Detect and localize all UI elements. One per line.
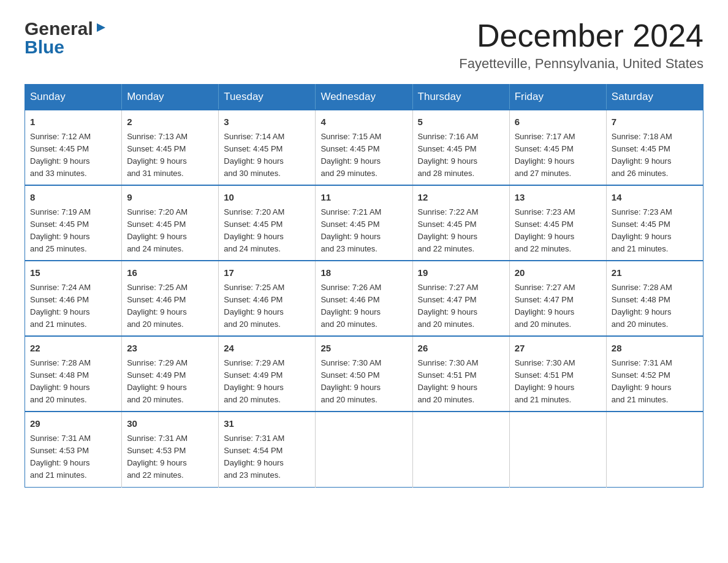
title-area: December 2024 Fayetteville, Pennsylvania… bbox=[459, 18, 703, 72]
day-number: 8 bbox=[30, 191, 116, 205]
day-info: Sunrise: 7:23 AMSunset: 4:45 PMDaylight:… bbox=[612, 206, 698, 256]
day-info: Sunrise: 7:24 AMSunset: 4:46 PMDaylight:… bbox=[30, 282, 116, 331]
day-info: Sunrise: 7:31 AMSunset: 4:53 PMDaylight:… bbox=[127, 432, 213, 482]
calendar-cell: 8Sunrise: 7:19 AMSunset: 4:45 PMDaylight… bbox=[25, 185, 122, 261]
calendar-body: 1Sunrise: 7:12 AMSunset: 4:45 PMDaylight… bbox=[25, 110, 703, 487]
calendar-cell: 23Sunrise: 7:29 AMSunset: 4:49 PMDayligh… bbox=[122, 336, 219, 412]
day-number: 10 bbox=[224, 191, 310, 205]
day-info: Sunrise: 7:20 AMSunset: 4:45 PMDaylight:… bbox=[127, 206, 213, 256]
calendar-cell: 31Sunrise: 7:31 AMSunset: 4:54 PMDayligh… bbox=[219, 412, 316, 487]
day-info: Sunrise: 7:25 AMSunset: 4:46 PMDaylight:… bbox=[127, 282, 213, 331]
day-number: 20 bbox=[515, 266, 601, 280]
day-number: 23 bbox=[127, 342, 213, 356]
day-info: Sunrise: 7:19 AMSunset: 4:45 PMDaylight:… bbox=[30, 206, 116, 256]
calendar-cell: 29Sunrise: 7:31 AMSunset: 4:53 PMDayligh… bbox=[25, 412, 122, 487]
day-info: Sunrise: 7:25 AMSunset: 4:46 PMDaylight:… bbox=[224, 282, 310, 331]
day-number: 1 bbox=[30, 115, 116, 129]
calendar-cell bbox=[412, 412, 509, 487]
page-title: December 2024 bbox=[459, 18, 703, 53]
day-number: 3 bbox=[224, 115, 310, 129]
day-info: Sunrise: 7:28 AMSunset: 4:48 PMDaylight:… bbox=[612, 282, 698, 331]
calendar-cell: 12Sunrise: 7:22 AMSunset: 4:45 PMDayligh… bbox=[412, 185, 509, 261]
day-number: 5 bbox=[418, 115, 504, 129]
calendar-cell: 10Sunrise: 7:20 AMSunset: 4:45 PMDayligh… bbox=[219, 185, 316, 261]
day-info: Sunrise: 7:20 AMSunset: 4:45 PMDaylight:… bbox=[224, 206, 310, 256]
header-thursday: Thursday bbox=[412, 85, 509, 110]
calendar-cell: 4Sunrise: 7:15 AMSunset: 4:45 PMDaylight… bbox=[316, 110, 412, 185]
calendar-cell: 7Sunrise: 7:18 AMSunset: 4:45 PMDaylight… bbox=[606, 110, 703, 185]
day-number: 17 bbox=[224, 266, 310, 280]
day-info: Sunrise: 7:21 AMSunset: 4:45 PMDaylight:… bbox=[320, 206, 407, 256]
day-number: 29 bbox=[30, 417, 116, 431]
calendar-table: Sunday Monday Tuesday Wednesday Thursday… bbox=[25, 84, 703, 487]
calendar-cell: 14Sunrise: 7:23 AMSunset: 4:45 PMDayligh… bbox=[606, 185, 703, 261]
day-info: Sunrise: 7:30 AMSunset: 4:51 PMDaylight:… bbox=[418, 357, 504, 407]
day-number: 26 bbox=[418, 342, 504, 356]
calendar-cell: 21Sunrise: 7:28 AMSunset: 4:48 PMDayligh… bbox=[606, 261, 703, 336]
calendar-cell: 30Sunrise: 7:31 AMSunset: 4:53 PMDayligh… bbox=[122, 412, 219, 487]
day-number: 22 bbox=[30, 342, 116, 356]
calendar-cell: 25Sunrise: 7:30 AMSunset: 4:50 PMDayligh… bbox=[316, 336, 412, 412]
calendar-cell: 19Sunrise: 7:27 AMSunset: 4:47 PMDayligh… bbox=[412, 261, 509, 336]
day-number: 4 bbox=[320, 115, 407, 129]
day-number: 12 bbox=[418, 191, 504, 205]
day-number: 11 bbox=[320, 191, 407, 205]
day-info: Sunrise: 7:31 AMSunset: 4:53 PMDaylight:… bbox=[30, 432, 116, 482]
logo-blue-text: Blue bbox=[25, 37, 64, 58]
calendar-cell: 9Sunrise: 7:20 AMSunset: 4:45 PMDaylight… bbox=[122, 185, 219, 261]
svg-marker-0 bbox=[97, 23, 105, 32]
day-number: 13 bbox=[515, 191, 601, 205]
calendar-cell: 20Sunrise: 7:27 AMSunset: 4:47 PMDayligh… bbox=[509, 261, 606, 336]
day-number: 19 bbox=[418, 266, 504, 280]
calendar-header: Sunday Monday Tuesday Wednesday Thursday… bbox=[25, 85, 703, 110]
calendar-cell: 18Sunrise: 7:26 AMSunset: 4:46 PMDayligh… bbox=[316, 261, 412, 336]
day-number: 18 bbox=[320, 266, 407, 280]
day-info: Sunrise: 7:29 AMSunset: 4:49 PMDaylight:… bbox=[127, 357, 213, 407]
page-subtitle: Fayetteville, Pennsylvania, United State… bbox=[459, 56, 703, 72]
header-monday: Monday bbox=[122, 85, 219, 110]
calendar-cell bbox=[316, 412, 412, 487]
calendar-cell bbox=[509, 412, 606, 487]
calendar-cell: 13Sunrise: 7:23 AMSunset: 4:45 PMDayligh… bbox=[509, 185, 606, 261]
calendar-cell: 11Sunrise: 7:21 AMSunset: 4:45 PMDayligh… bbox=[316, 185, 412, 261]
logo-general-text: General bbox=[25, 18, 93, 39]
day-number: 7 bbox=[612, 115, 698, 129]
day-info: Sunrise: 7:17 AMSunset: 4:45 PMDaylight:… bbox=[515, 131, 601, 180]
day-info: Sunrise: 7:26 AMSunset: 4:46 PMDaylight:… bbox=[320, 282, 407, 331]
day-number: 2 bbox=[127, 115, 213, 129]
day-number: 27 bbox=[515, 342, 601, 356]
calendar-cell: 3Sunrise: 7:14 AMSunset: 4:45 PMDaylight… bbox=[219, 110, 316, 185]
day-number: 24 bbox=[224, 342, 310, 356]
day-info: Sunrise: 7:31 AMSunset: 4:52 PMDaylight:… bbox=[612, 357, 698, 407]
calendar-cell: 26Sunrise: 7:30 AMSunset: 4:51 PMDayligh… bbox=[412, 336, 509, 412]
header-saturday: Saturday bbox=[606, 85, 703, 110]
day-info: Sunrise: 7:30 AMSunset: 4:50 PMDaylight:… bbox=[320, 357, 407, 407]
day-number: 6 bbox=[515, 115, 601, 129]
day-info: Sunrise: 7:27 AMSunset: 4:47 PMDaylight:… bbox=[515, 282, 601, 331]
header-wednesday: Wednesday bbox=[316, 85, 412, 110]
day-number: 28 bbox=[612, 342, 698, 356]
calendar-cell: 16Sunrise: 7:25 AMSunset: 4:46 PMDayligh… bbox=[122, 261, 219, 336]
day-info: Sunrise: 7:12 AMSunset: 4:45 PMDaylight:… bbox=[30, 131, 116, 180]
logo-arrow-icon bbox=[94, 21, 108, 34]
day-number: 9 bbox=[127, 191, 213, 205]
day-info: Sunrise: 7:22 AMSunset: 4:45 PMDaylight:… bbox=[418, 206, 504, 256]
calendar-cell: 17Sunrise: 7:25 AMSunset: 4:46 PMDayligh… bbox=[219, 261, 316, 336]
calendar-cell: 15Sunrise: 7:24 AMSunset: 4:46 PMDayligh… bbox=[25, 261, 122, 336]
calendar-cell bbox=[606, 412, 703, 487]
calendar-cell: 1Sunrise: 7:12 AMSunset: 4:45 PMDaylight… bbox=[25, 110, 122, 185]
day-info: Sunrise: 7:28 AMSunset: 4:48 PMDaylight:… bbox=[30, 357, 116, 407]
day-info: Sunrise: 7:14 AMSunset: 4:45 PMDaylight:… bbox=[224, 131, 310, 180]
header-sunday: Sunday bbox=[25, 85, 122, 110]
day-info: Sunrise: 7:13 AMSunset: 4:45 PMDaylight:… bbox=[127, 131, 213, 180]
calendar-cell: 6Sunrise: 7:17 AMSunset: 4:45 PMDaylight… bbox=[509, 110, 606, 185]
day-number: 25 bbox=[320, 342, 407, 356]
day-info: Sunrise: 7:16 AMSunset: 4:45 PMDaylight:… bbox=[418, 131, 504, 180]
calendar-cell: 27Sunrise: 7:30 AMSunset: 4:51 PMDayligh… bbox=[509, 336, 606, 412]
day-info: Sunrise: 7:29 AMSunset: 4:49 PMDaylight:… bbox=[224, 357, 310, 407]
day-info: Sunrise: 7:30 AMSunset: 4:51 PMDaylight:… bbox=[515, 357, 601, 407]
day-info: Sunrise: 7:18 AMSunset: 4:45 PMDaylight:… bbox=[612, 131, 698, 180]
calendar-cell: 24Sunrise: 7:29 AMSunset: 4:49 PMDayligh… bbox=[219, 336, 316, 412]
day-number: 14 bbox=[612, 191, 698, 205]
day-info: Sunrise: 7:15 AMSunset: 4:45 PMDaylight:… bbox=[320, 131, 407, 180]
